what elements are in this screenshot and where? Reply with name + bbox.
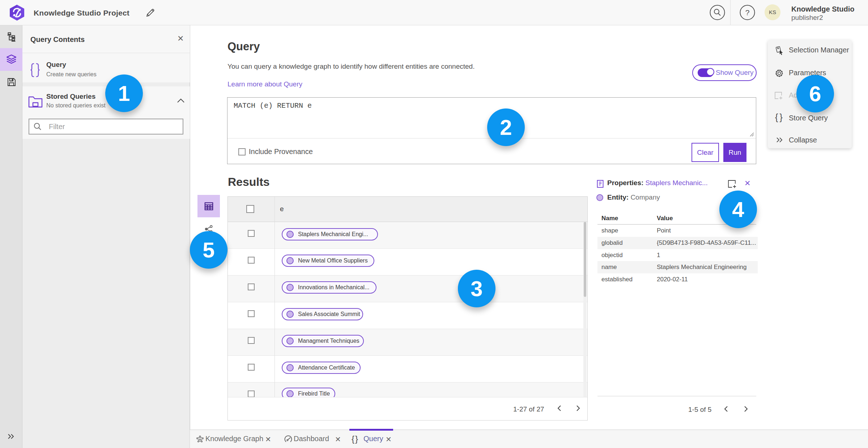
svg-text:?: ? xyxy=(745,8,750,17)
